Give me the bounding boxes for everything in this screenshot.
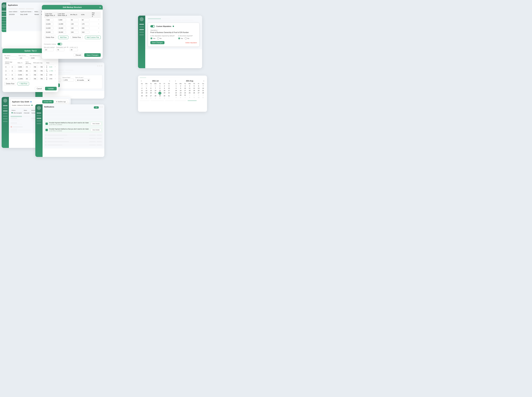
cal-day[interactable]: 18 bbox=[187, 89, 192, 92]
tier-update-button[interactable]: Update bbox=[45, 87, 57, 90]
cal-day[interactable]: 6 bbox=[149, 87, 153, 89]
accept-offer-button[interactable]: Accept Offer bbox=[42, 100, 54, 103]
age-min-input[interactable] bbox=[5, 78, 10, 80]
cal-day[interactable]: 10 bbox=[183, 87, 187, 89]
lender-cut-input[interactable] bbox=[70, 48, 78, 51]
loan-lower-input[interactable] bbox=[58, 23, 66, 25]
cal-day[interactable]: 11 bbox=[201, 96, 205, 99]
rate-input[interactable] bbox=[18, 74, 24, 76]
age-max-input[interactable] bbox=[11, 74, 16, 76]
cal-day[interactable]: 5 bbox=[192, 85, 196, 87]
view-details-button-2[interactable]: View Details bbox=[91, 128, 101, 131]
row-delete-icon[interactable]: ✕ bbox=[98, 19, 99, 21]
cal-day[interactable]: 9 bbox=[192, 96, 196, 99]
cal-day[interactable]: 12 bbox=[192, 87, 196, 89]
cal-day[interactable]: 13 bbox=[196, 87, 201, 89]
age-min-input[interactable] bbox=[5, 70, 10, 72]
term-select[interactable]: 60 months 48 months 36 months 72 months bbox=[75, 79, 90, 82]
cal-day[interactable]: 19 bbox=[144, 92, 148, 95]
cal-day[interactable]: 8 bbox=[174, 87, 178, 89]
delete-stip-link[interactable]: Delete Stipulation bbox=[185, 42, 197, 43]
term-input[interactable] bbox=[25, 66, 30, 68]
decline-app-button[interactable]: ⟳ Decline App bbox=[54, 100, 68, 103]
cal-day[interactable]: 21 bbox=[201, 89, 205, 92]
prev-aug-button[interactable]: ‹ bbox=[175, 80, 176, 82]
cal-day[interactable]: 26 bbox=[192, 92, 196, 94]
cal-day[interactable]: 13 bbox=[149, 89, 153, 92]
cal-day[interactable]: 15 bbox=[158, 89, 162, 92]
cal-day[interactable]: 27 bbox=[196, 92, 201, 94]
cal-day[interactable]: 3 bbox=[149, 97, 153, 99]
row-delete-icon[interactable]: ✕ bbox=[55, 78, 56, 80]
cal-day[interactable]: 29 bbox=[174, 94, 178, 96]
cal-day[interactable]: 21 bbox=[153, 92, 158, 95]
cal-day[interactable]: 19 bbox=[192, 89, 196, 92]
cal-day[interactable]: 15 bbox=[174, 89, 178, 92]
flat-input[interactable] bbox=[70, 19, 79, 21]
fico-min-input[interactable] bbox=[33, 78, 38, 80]
cal-day[interactable]: 14 bbox=[201, 87, 205, 89]
cal-day[interactable]: 4 bbox=[201, 94, 205, 96]
row-delete-icon[interactable]: ✕ bbox=[98, 23, 99, 25]
markup-save-button[interactable]: Save Changes bbox=[84, 53, 101, 57]
cal-day[interactable]: 29 bbox=[158, 95, 162, 97]
row-delete-icon[interactable]: ✕ bbox=[98, 31, 99, 33]
add-custom-button[interactable]: Add Custom Flat bbox=[85, 36, 101, 39]
cal-today[interactable]: 22 bbox=[158, 92, 161, 95]
cal-day[interactable]: 18 bbox=[140, 92, 144, 95]
cal-day[interactable]: 17 bbox=[183, 89, 187, 92]
participation-split-input[interactable] bbox=[56, 48, 64, 51]
cal-day[interactable]: 1 bbox=[174, 85, 178, 87]
cal-day[interactable]: 3 bbox=[183, 85, 187, 87]
max-point-input[interactable] bbox=[44, 48, 54, 51]
cal-day[interactable]: 1 bbox=[140, 97, 144, 99]
rate-input[interactable] bbox=[18, 66, 24, 68]
loan-bigger-input[interactable] bbox=[45, 27, 53, 29]
age-max-input[interactable] bbox=[11, 66, 16, 68]
cal-day[interactable]: 2 bbox=[192, 94, 196, 96]
cal-day[interactable]: 23 bbox=[162, 92, 167, 95]
cal-day[interactable]: 25 bbox=[187, 92, 192, 94]
cal-day[interactable]: 23 bbox=[178, 92, 183, 94]
delete-row-button[interactable]: Delete Row bbox=[44, 36, 56, 39]
fico-min-input[interactable] bbox=[33, 70, 38, 72]
all-tab-button[interactable]: All bbox=[94, 106, 99, 109]
loan-lower-input[interactable] bbox=[58, 31, 66, 33]
tier-name-input[interactable] bbox=[4, 56, 17, 60]
row-delete-icon[interactable]: ✕ bbox=[55, 70, 56, 72]
cal-day[interactable]: 2 bbox=[178, 85, 183, 87]
cal-day[interactable]: 6 bbox=[178, 96, 183, 99]
prev-month-button[interactable]: ‹ bbox=[141, 80, 142, 82]
loan-bigger-input[interactable] bbox=[45, 19, 53, 21]
stip-save-button[interactable]: Save Changes bbox=[150, 41, 164, 44]
flat-input[interactable] bbox=[70, 23, 79, 25]
fico-min-input[interactable] bbox=[33, 74, 38, 76]
age-min-input[interactable] bbox=[5, 74, 10, 76]
cal-day[interactable]: 29 bbox=[149, 85, 153, 87]
cal-day[interactable]: 12 bbox=[144, 89, 148, 92]
cal-day[interactable]: 27 bbox=[140, 85, 144, 87]
doc-yes-radio[interactable]: Yes bbox=[178, 37, 183, 39]
cal-day[interactable]: 2 bbox=[162, 85, 167, 87]
tier-cancel-button[interactable]: Cancel bbox=[35, 87, 43, 90]
loan-lower-input[interactable] bbox=[58, 27, 66, 29]
row-delete-icon[interactable]: ✕ bbox=[98, 27, 99, 29]
tier-delete-row-button[interactable]: Delete Row bbox=[4, 82, 16, 86]
cal-day[interactable]: 30 bbox=[162, 95, 167, 97]
cal-day[interactable]: 1 bbox=[187, 94, 192, 96]
default-yes-radio[interactable]: Yes bbox=[150, 37, 155, 39]
max-backend-input[interactable] bbox=[30, 56, 41, 60]
rate-input[interactable] bbox=[18, 78, 24, 80]
fico-max-input[interactable] bbox=[40, 78, 45, 80]
next-aug-button[interactable]: › bbox=[204, 80, 204, 82]
cal-day[interactable]: 4 bbox=[187, 85, 192, 87]
fico-max-input[interactable] bbox=[40, 66, 45, 68]
loan-bigger-input[interactable] bbox=[45, 31, 53, 33]
half-input[interactable] bbox=[81, 31, 89, 33]
cal-day[interactable]: 16 bbox=[162, 89, 167, 92]
cal-day[interactable]: 9 bbox=[162, 87, 167, 89]
delete-custom-button[interactable]: Delete Row bbox=[71, 36, 83, 39]
cal-day[interactable]: 28 bbox=[153, 95, 158, 97]
cal-day[interactable]: 10 bbox=[167, 87, 171, 89]
fico-min-input[interactable] bbox=[33, 66, 38, 68]
